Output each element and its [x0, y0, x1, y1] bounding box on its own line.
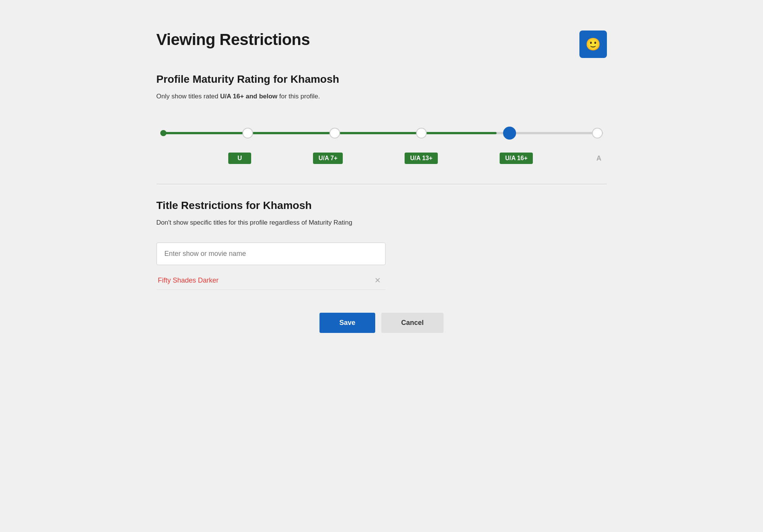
section-divider: [156, 184, 607, 184]
maturity-description-prefix: Only show titles rated: [156, 93, 220, 100]
maturity-section: Profile Maturity Rating for Khamosh Only…: [156, 73, 607, 165]
slider-dot-ua13[interactable]: [416, 128, 427, 138]
remove-title-icon[interactable]: ✕: [371, 274, 384, 286]
maturity-slider[interactable]: U U/A 7+ U/A 13+ U/A 16+ A: [160, 117, 603, 165]
avatar: 🙂: [579, 31, 607, 58]
buttons-row: Save Cancel: [156, 313, 607, 333]
slider-label-ua13: U/A 13+: [405, 153, 438, 164]
save-button[interactable]: Save: [319, 313, 375, 333]
slider-labels-row: U U/A 7+ U/A 13+ U/A 16+ A: [160, 152, 603, 165]
slider-dot-u[interactable]: [242, 128, 253, 138]
page-container: Viewing Restrictions 🙂 Profile Maturity …: [134, 15, 630, 356]
slider-label-u: U: [228, 153, 251, 164]
slider-track: [160, 132, 603, 134]
slider-label-a: A: [595, 152, 603, 165]
slider-dot-start[interactable]: [160, 130, 166, 136]
header-row: Viewing Restrictions 🙂: [156, 31, 607, 58]
maturity-description: Only show titles rated U/A 16+ and below…: [156, 92, 607, 101]
slider-dot-a[interactable]: [592, 128, 603, 138]
slider-label-ua7: U/A 7+: [313, 153, 343, 164]
maturity-description-suffix: for this profile.: [277, 93, 320, 100]
title-restrictions-description: Don't show specific titles for this prof…: [156, 218, 607, 228]
page-title: Viewing Restrictions: [156, 31, 310, 49]
search-input[interactable]: [165, 250, 377, 258]
slider-dot-ua16[interactable]: [503, 127, 516, 140]
title-restrictions-title: Title Restrictions for Khamosh: [156, 199, 607, 212]
avatar-face: 🙂: [586, 38, 601, 50]
slider-dots-row: [160, 127, 603, 140]
slider-dot-ua7[interactable]: [329, 128, 340, 138]
restricted-title-row: Fifty Shades Darker ✕: [156, 271, 386, 290]
maturity-rating-bold: U/A 16+ and below: [220, 93, 277, 100]
slider-label-ua16: U/A 16+: [500, 153, 533, 164]
cancel-button[interactable]: Cancel: [381, 313, 444, 333]
restricted-title-text: Fifty Shades Darker: [158, 276, 219, 284]
title-restrictions-section: Title Restrictions for Khamosh Don't sho…: [156, 199, 607, 290]
maturity-section-title: Profile Maturity Rating for Khamosh: [156, 73, 607, 85]
search-input-wrapper[interactable]: [156, 243, 386, 265]
